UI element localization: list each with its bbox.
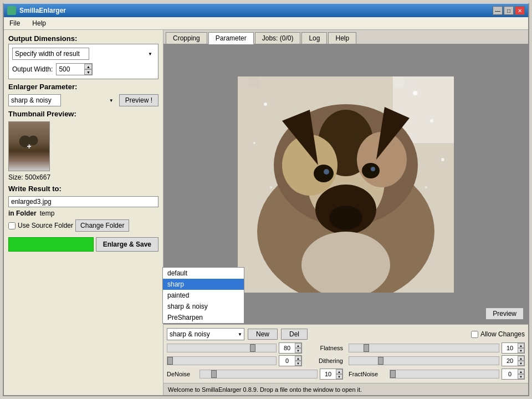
svg-rect-24 bbox=[238, 76, 249, 88]
close-button[interactable]: ✕ bbox=[515, 6, 525, 15]
tabs-row: Cropping Parameter Jobs: (0/0) Log Help bbox=[163, 30, 528, 44]
allow-changes-row: Allow Changes bbox=[471, 330, 525, 338]
svg-rect-26 bbox=[393, 76, 404, 88]
dropdown-item-default[interactable]: default bbox=[163, 268, 244, 279]
preview-button-right[interactable]: Preview bbox=[485, 308, 524, 320]
svg-point-20 bbox=[253, 142, 255, 144]
fractnoise-up[interactable]: ▲ bbox=[518, 369, 524, 374]
fractnoise-value[interactable] bbox=[502, 370, 518, 378]
help-menu[interactable]: Help bbox=[29, 18, 49, 28]
use-source-folder-checkbox[interactable] bbox=[8, 222, 16, 229]
main-window: SmillaEnlarger — □ ✕ File Help Output Di… bbox=[3, 3, 529, 396]
change-folder-button[interactable]: Change Folder bbox=[75, 219, 129, 232]
flatness-value[interactable] bbox=[279, 344, 295, 352]
dithering-right-row: ▲ ▼ bbox=[349, 355, 525, 366]
output-width-input[interactable] bbox=[57, 64, 84, 74]
flatness-right-row: ▲ ▼ bbox=[349, 342, 525, 354]
dropdown-item-sharp[interactable]: sharp bbox=[163, 279, 244, 290]
preset-dropdown-left[interactable]: sharp & noisy bbox=[8, 94, 61, 106]
denoise-label: DeNoise bbox=[167, 371, 197, 377]
params-row1: sharp & noisy New Del Allow Changes bbox=[167, 328, 525, 340]
dimension-dropdown[interactable]: Specify width of result bbox=[12, 48, 89, 60]
new-button[interactable]: New bbox=[248, 329, 278, 340]
tab-help[interactable]: Help bbox=[328, 32, 356, 44]
tab-jobs[interactable]: Jobs: (0/0) bbox=[255, 32, 301, 44]
svg-point-21 bbox=[441, 158, 444, 161]
output-width-row: Output Width: ▲ ▼ bbox=[12, 63, 155, 75]
dithering-right-value[interactable] bbox=[502, 357, 518, 365]
progress-bar bbox=[8, 237, 94, 252]
dithering-down[interactable]: ▼ bbox=[295, 361, 301, 366]
output-width-spinbtns: ▲ ▼ bbox=[84, 64, 92, 75]
flatness-right-spinbtns: ▲ ▼ bbox=[518, 343, 524, 353]
flatness-right-value[interactable] bbox=[502, 344, 518, 352]
allow-changes-checkbox[interactable] bbox=[471, 331, 478, 338]
tab-log[interactable]: Log bbox=[301, 32, 327, 44]
flatness-right-value-box: ▲ ▼ bbox=[502, 342, 525, 354]
menu-bar: File Help bbox=[4, 17, 528, 30]
fractnoise-slider[interactable] bbox=[390, 370, 499, 378]
enlarger-param-section: Enlarger Parameter: sharp & noisy Previe… bbox=[8, 83, 158, 106]
flatness-right-slider[interactable] bbox=[349, 344, 499, 352]
dropdown-item-painted[interactable]: painted bbox=[163, 290, 244, 301]
size-label: Size: bbox=[8, 173, 23, 181]
right-sliders: ▲ ▼ ▲ ▼ bbox=[349, 342, 525, 366]
dithering-value[interactable] bbox=[279, 357, 295, 365]
maximize-button[interactable]: □ bbox=[504, 6, 514, 15]
tab-cropping[interactable]: Cropping bbox=[166, 32, 207, 44]
denoise-value[interactable] bbox=[320, 370, 336, 378]
fractnoise-down[interactable]: ▼ bbox=[518, 374, 524, 379]
left-sliders: ▲ ▼ Flatness ▲ bbox=[167, 342, 343, 366]
title-bar-left: SmillaEnlarger bbox=[7, 6, 66, 15]
preset-select[interactable]: sharp & noisy bbox=[167, 328, 244, 340]
output-width-down[interactable]: ▼ bbox=[84, 69, 92, 75]
dithering-value-box: ▲ ▼ bbox=[279, 355, 302, 366]
svg-point-17 bbox=[264, 103, 267, 106]
dropdown-popup: default sharp painted sharp & noisy PreS… bbox=[162, 267, 244, 324]
del-button[interactable]: Del bbox=[281, 329, 308, 340]
svg-point-13 bbox=[371, 167, 375, 171]
dropdown-item-sharp-noisy[interactable]: sharp & noisy bbox=[163, 301, 244, 312]
file-menu[interactable]: File bbox=[6, 18, 23, 28]
write-result-section: Write Result to: in Folder temp Use Sour… bbox=[8, 185, 158, 232]
use-source-folder-label: Use Source Folder bbox=[18, 222, 73, 229]
flatness-slider[interactable] bbox=[167, 344, 277, 352]
left-panel: Output Dimensions: Specify width of resu… bbox=[4, 30, 163, 395]
dithering-slider[interactable] bbox=[167, 356, 277, 365]
svg-point-19 bbox=[430, 119, 433, 122]
denoise-down[interactable]: ▼ bbox=[336, 374, 342, 379]
window-title: SmillaEnlarger bbox=[19, 7, 66, 14]
enlarge-save-button[interactable]: Enlarge & Save bbox=[96, 237, 158, 252]
filename-input[interactable] bbox=[8, 196, 158, 207]
tab-parameter[interactable]: Parameter bbox=[208, 32, 254, 44]
minimize-button[interactable]: — bbox=[493, 6, 503, 15]
dropdown-item-presharpen[interactable]: PreSharpen bbox=[163, 312, 244, 323]
write-result-title: Write Result to: bbox=[8, 185, 158, 193]
denoise-slider[interactable] bbox=[200, 370, 318, 378]
output-dims-box: Specify width of result Output Width: ▲ … bbox=[8, 44, 158, 79]
in-folder-label: in Folder bbox=[8, 209, 37, 217]
flatness-right-up[interactable]: ▲ bbox=[518, 343, 524, 348]
output-width-spinbox: ▲ ▼ bbox=[56, 63, 93, 75]
fractnoise-group: FractNoise ▲ ▼ bbox=[349, 369, 525, 380]
right-panel: Cropping Parameter Jobs: (0/0) Log Help bbox=[163, 30, 528, 395]
dithering-up[interactable]: ▲ bbox=[295, 356, 301, 361]
denoise-value-box: ▲ ▼ bbox=[320, 369, 343, 380]
dithering-right-down[interactable]: ▼ bbox=[518, 361, 524, 366]
svg-point-11 bbox=[362, 163, 380, 178]
dithering-right-slider[interactable] bbox=[349, 356, 499, 365]
thumbnail-title: Thumbnail Preview: bbox=[8, 110, 158, 118]
flatness-down[interactable]: ▼ bbox=[295, 348, 301, 353]
folder-name: temp bbox=[40, 209, 55, 217]
flatness-right-down[interactable]: ▼ bbox=[518, 348, 524, 353]
output-width-up[interactable]: ▲ bbox=[84, 64, 92, 69]
svg-point-22 bbox=[270, 186, 272, 188]
svg-point-23 bbox=[425, 186, 427, 188]
dithering-right-up[interactable]: ▲ bbox=[518, 356, 524, 361]
param-controls: sharp & noisy Preview ! bbox=[8, 94, 158, 106]
preview-button-left[interactable]: Preview ! bbox=[119, 94, 158, 106]
denoise-up[interactable]: ▲ bbox=[336, 369, 342, 374]
size-value: 500x667 bbox=[25, 173, 50, 181]
enlarge-save-row: Enlarge & Save bbox=[8, 237, 158, 252]
flatness-up[interactable]: ▲ bbox=[295, 343, 301, 348]
